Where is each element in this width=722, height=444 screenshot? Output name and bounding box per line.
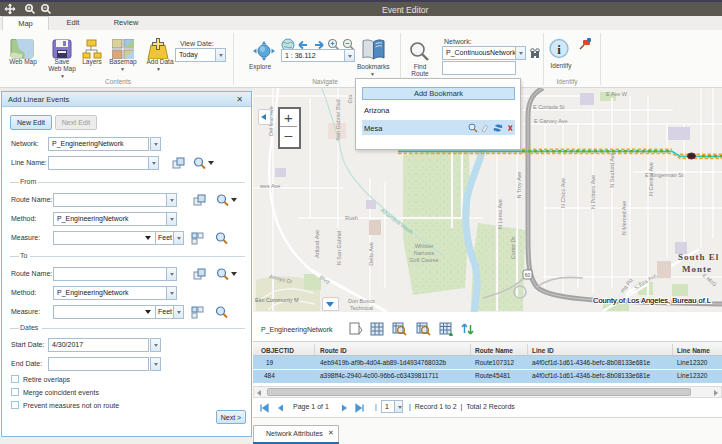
svg-text:Rush: Rush: [345, 215, 358, 221]
svg-text:Monte: Monte: [682, 264, 712, 274]
svg-text:Artland Ave: Artland Ave: [314, 230, 320, 258]
svg-text:Delta Ave: Delta Ave: [368, 242, 374, 265]
svg-text:N Lema Ave: N Lema Ave: [497, 199, 503, 229]
svg-text:E Ave W: E Ave W: [606, 91, 628, 97]
svg-text:Golf Course: Golf Course: [409, 257, 438, 263]
svg-text:Gra: Gra: [347, 93, 353, 103]
svg-text:Carter Dr: Carter Dr: [510, 237, 516, 260]
svg-text:Technical: Technical: [350, 305, 373, 311]
svg-text:Esri Communty M: Esri Communty M: [255, 297, 299, 303]
svg-text:County of Los Angeles, Bureau: County of Los Angeles, Bureau of L: [593, 296, 711, 305]
svg-text:E Cortada St: E Cortada St: [533, 104, 565, 110]
svg-text:Don Bosco: Don Bosco: [348, 298, 375, 304]
svg-text:N San Gabriel: N San Gabriel: [336, 231, 342, 266]
svg-text:60: 60: [525, 272, 531, 278]
svg-text:wes Ave: wes Ave: [259, 183, 280, 189]
svg-text:E Garvey Ave: E Garvey Ave: [534, 118, 568, 124]
svg-text:Narrows: Narrows: [414, 250, 435, 256]
svg-text:Whittier: Whittier: [415, 243, 434, 249]
svg-text:N Central Ave: N Central Ave: [648, 162, 654, 196]
svg-text:San Gabriel Blvd: San Gabriel Blvd: [335, 99, 341, 140]
svg-text:i: i: [557, 42, 561, 57]
svg-text:N Troy Ave: N Troy Ave: [516, 172, 522, 199]
svg-text:N Merced Ave: N Merced Ave: [621, 201, 627, 235]
svg-text:N Potrero Ave: N Potrero Ave: [590, 175, 596, 209]
svg-text:N Seaford Ave: N Seaford Ave: [609, 152, 615, 187]
svg-text:South El: South El: [678, 252, 719, 262]
svg-text:N Chico Ave: N Chico Ave: [560, 178, 566, 208]
